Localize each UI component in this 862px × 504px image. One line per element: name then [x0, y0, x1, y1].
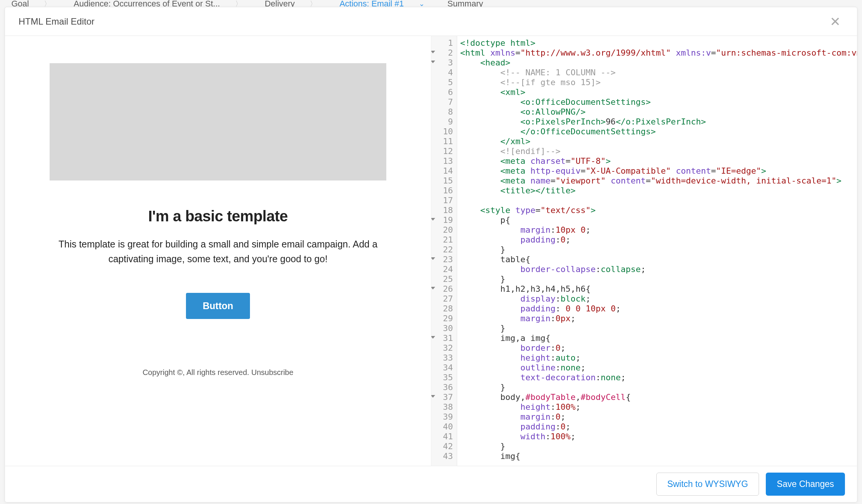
gutter-line: 28	[431, 304, 453, 314]
code-line[interactable]: <![endif]-->	[460, 146, 857, 156]
gutter-line: 24	[431, 264, 453, 274]
gutter-line: 31	[431, 333, 453, 343]
gutter-line: 36	[431, 383, 453, 392]
gutter-line: 42	[431, 442, 453, 451]
code-line[interactable]: p{	[460, 215, 857, 225]
code-line[interactable]: outline:none;	[460, 363, 857, 373]
gutter-line: 16	[431, 186, 453, 196]
code-line[interactable]	[460, 196, 857, 205]
fold-marker-icon[interactable]	[431, 395, 435, 398]
code-line[interactable]: <meta name="viewport" content="width=dev…	[460, 176, 857, 186]
code-line[interactable]: margin:0px;	[460, 314, 857, 324]
code-line[interactable]: margin:10px 0;	[460, 225, 857, 235]
code-line[interactable]: <o:AllowPNG/>	[460, 107, 857, 117]
code-line[interactable]: <!--[if gte mso 15]>	[460, 78, 857, 87]
code-line[interactable]: <meta http-equiv="X-UA-Compatible" conte…	[460, 166, 857, 176]
code-line[interactable]: </xml>	[460, 137, 857, 146]
code-line[interactable]: <style type="text/css">	[460, 205, 857, 215]
code-line[interactable]: margin:0;	[460, 412, 857, 422]
save-changes-button[interactable]: Save Changes	[766, 473, 845, 496]
gutter-line: 40	[431, 422, 453, 432]
gutter-line: 6	[431, 87, 453, 97]
code-line[interactable]: }	[460, 383, 857, 392]
modal-title: HTML Email Editor	[19, 16, 94, 27]
preview-heading: I'm a basic template	[50, 208, 386, 225]
close-button[interactable]: ✕	[827, 14, 843, 30]
code-line[interactable]: }	[460, 274, 857, 284]
code-line[interactable]: <xml>	[460, 87, 857, 97]
fold-marker-icon[interactable]	[431, 336, 435, 339]
gutter-line: 2	[431, 48, 453, 58]
gutter-line: 39	[431, 412, 453, 422]
code-line[interactable]: img{	[460, 451, 857, 461]
code-line[interactable]: <o:OfficeDocumentSettings>	[460, 97, 857, 107]
code-line[interactable]: <head>	[460, 58, 857, 68]
gutter-line: 14	[431, 166, 453, 176]
gutter-line: 25	[431, 274, 453, 284]
gutter-line: 41	[431, 432, 453, 442]
gutter-line: 13	[431, 156, 453, 166]
switch-to-wysiwyg-button[interactable]: Switch to WYSIWYG	[656, 473, 759, 496]
gutter-line: 11	[431, 137, 453, 146]
gutter-line: 35	[431, 373, 453, 383]
gutter-line: 15	[431, 176, 453, 186]
gutter-line: 17	[431, 196, 453, 205]
email-preview-pane: I'm a basic template This template is gr…	[5, 36, 431, 466]
gutter-line: 30	[431, 324, 453, 333]
code-line[interactable]: <!doctype html>	[460, 38, 857, 48]
code-line[interactable]: <html xmlns="http://www.w3.org/1999/xhtm…	[460, 48, 857, 58]
gutter-line: 43	[431, 451, 453, 461]
fold-marker-icon[interactable]	[431, 61, 435, 63]
code-line[interactable]: body,#bodyTable,#bodyCell{	[460, 392, 857, 402]
modal-footer: Switch to WYSIWYG Save Changes	[5, 466, 857, 502]
code-line[interactable]: border-collapse:collapse;	[460, 264, 857, 274]
code-line[interactable]: height:100%;	[460, 402, 857, 412]
code-line[interactable]: table{	[460, 255, 857, 264]
background-breadcrumb: Goal〉 Audience: Occurrences of Event or …	[0, 0, 862, 8]
code-line[interactable]: }	[460, 324, 857, 333]
gutter-line: 4	[431, 68, 453, 78]
code-line[interactable]: <o:PixelsPerInch>96</o:PixelsPerInch>	[460, 117, 857, 127]
code-line[interactable]: <title></title>	[460, 186, 857, 196]
code-line[interactable]: }	[460, 245, 857, 255]
code-line[interactable]: padding:0;	[460, 235, 857, 245]
fold-marker-icon[interactable]	[431, 257, 435, 260]
code-line[interactable]: }	[460, 442, 857, 451]
code-line[interactable]: <meta charset="UTF-8">	[460, 156, 857, 166]
code-line[interactable]: width:100%;	[460, 432, 857, 442]
code-gutter: 1234567891011121314151617181920212223242…	[431, 36, 457, 466]
gutter-line: 5	[431, 78, 453, 87]
code-line[interactable]: img,a img{	[460, 333, 857, 343]
fold-marker-icon[interactable]	[431, 218, 435, 221]
gutter-line: 19	[431, 215, 453, 225]
bg-crumb-0: Goal〉	[11, 0, 51, 8]
code-line[interactable]: border:0;	[460, 343, 857, 353]
preview-cta-button[interactable]: Button	[186, 293, 250, 319]
code-line[interactable]: <!-- NAME: 1 COLUMN -->	[460, 68, 857, 78]
gutter-line: 3	[431, 58, 453, 68]
fold-marker-icon[interactable]	[431, 287, 435, 289]
bg-crumb-2: Delivery〉	[265, 0, 317, 8]
modal-header: HTML Email Editor ✕	[5, 7, 857, 36]
gutter-line: 34	[431, 363, 453, 373]
code-line[interactable]: height:auto;	[460, 353, 857, 363]
code-line[interactable]: display:block;	[460, 294, 857, 304]
code-content[interactable]: <!doctype html><html xmlns="http://www.w…	[457, 36, 857, 466]
gutter-line: 21	[431, 235, 453, 245]
code-line[interactable]: padding:0;	[460, 422, 857, 432]
preview-image-placeholder	[50, 63, 386, 180]
gutter-line: 18	[431, 205, 453, 215]
close-icon: ✕	[830, 14, 840, 29]
bg-crumb-4: Summary	[447, 0, 483, 8]
gutter-line: 37	[431, 392, 453, 402]
code-line[interactable]: padding: 0 0 10px 0;	[460, 304, 857, 314]
fold-marker-icon[interactable]	[431, 51, 435, 53]
preview-footer-text: Copyright ©, All rights reserved. Unsubs…	[50, 368, 386, 377]
gutter-line: 38	[431, 402, 453, 412]
code-editor-pane[interactable]: 1234567891011121314151617181920212223242…	[431, 36, 857, 466]
code-line[interactable]: text-decoration:none;	[460, 373, 857, 383]
code-line[interactable]: </o:OfficeDocumentSettings>	[460, 127, 857, 137]
gutter-line: 12	[431, 146, 453, 156]
code-line[interactable]: h1,h2,h3,h4,h5,h6{	[460, 284, 857, 294]
gutter-line: 9	[431, 117, 453, 127]
